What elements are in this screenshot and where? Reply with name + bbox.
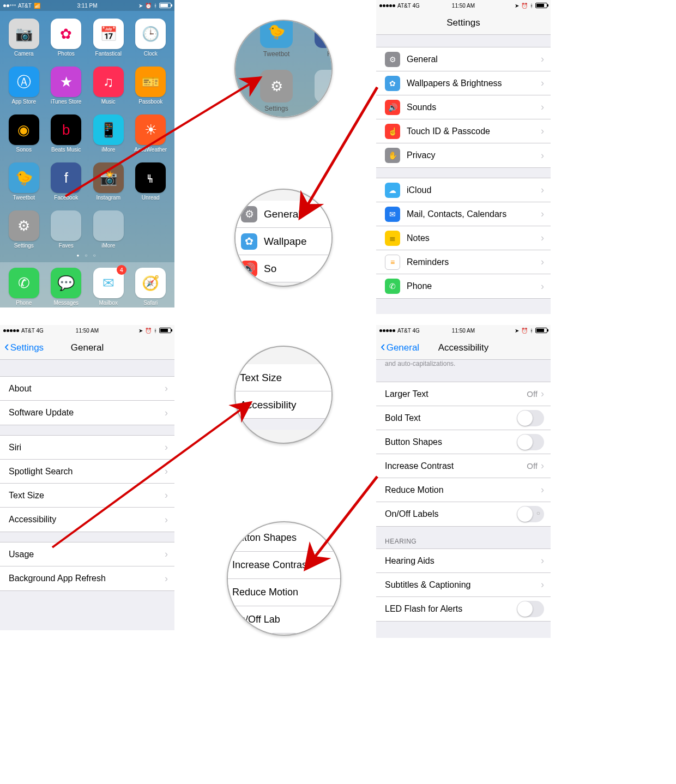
app-settings[interactable]: ⚙Settings (4, 210, 44, 249)
app-label: Fantastical (95, 51, 122, 57)
app-icon: ✉4 (93, 268, 124, 298)
row-label: Reduce Motion (385, 485, 541, 495)
row-spotlight-search[interactable]: Spotlight Search› (0, 460, 174, 484)
status-bar: AT&T 4G 11:50 AM ➤⏰ᚼ (376, 0, 551, 11)
chevron-right-icon: › (541, 484, 544, 496)
row-label: Wallpapers & Brightness (407, 79, 541, 88)
app-unread[interactable]: 𐰕Unread (131, 162, 171, 201)
status-bar: AT&T 4G 11:50 AM ➤⏰ᚼ (376, 325, 551, 336)
app-beats-music[interactable]: bBeats Music (47, 114, 86, 153)
app-icon: 𐰕 (135, 162, 166, 193)
toggle[interactable] (517, 601, 544, 617)
row-wallpapers-brightness[interactable]: ✿Wallpapers & Brightness› (376, 71, 551, 95)
row-icloud[interactable]: ☁iCloud› (376, 178, 551, 202)
row-text-size[interactable]: Text Size› (0, 484, 174, 508)
app-facebook[interactable]: fFacebook (47, 162, 86, 201)
toggle[interactable] (517, 506, 544, 522)
app-app-store[interactable]: ⒶApp Store (4, 67, 44, 105)
chevron-right-icon: › (541, 281, 544, 292)
row-label: Larger Text (385, 389, 527, 399)
chevron-right-icon: › (541, 256, 544, 268)
app-accuweather[interactable]: ☀AccuWeather (131, 114, 171, 153)
row-icon: ⚙ (241, 206, 257, 222)
app-photos[interactable]: ✿Photos (47, 19, 86, 57)
app-fa[interactable]: fFa (312, 20, 333, 58)
app-safari[interactable]: 🧭Safari (131, 268, 171, 306)
row-label: Phone (407, 281, 541, 291)
chevron-right-icon: › (541, 388, 544, 400)
app-fantastical[interactable]: 📅Fantastical (89, 19, 128, 57)
row-button-shapes[interactable]: Button Shapes (376, 430, 551, 454)
row-sounds[interactable]: 🔊Sounds› (376, 95, 551, 119)
back-button[interactable]: General (381, 342, 419, 353)
row-touch-id-passcode[interactable]: ☝Touch ID & Passcode› (376, 119, 551, 143)
battery-icon (535, 3, 547, 8)
row-about[interactable]: About› (0, 377, 174, 401)
app-imore[interactable]: iMore (89, 210, 128, 249)
app-fa[interactable]: Fa (312, 70, 333, 112)
app-faves[interactable]: Faves (47, 210, 86, 249)
row-phone[interactable]: ✆Phone› (376, 274, 551, 298)
row-privacy[interactable]: ✋Privacy› (376, 143, 551, 167)
app-icon: b (51, 114, 81, 145)
row-subtitles-captioning[interactable]: Subtitles & Captioning› (376, 573, 551, 597)
app-imore[interactable]: 📱iMore (89, 114, 128, 153)
row-usage[interactable]: Usage› (0, 542, 174, 566)
page-indicator: ● ○ ○ (0, 253, 174, 258)
app-sonos[interactable]: ◉Sonos (4, 114, 44, 153)
row-label: Sounds (407, 102, 541, 112)
badge: 4 (117, 265, 126, 275)
row-software-update[interactable]: Software Update› (0, 401, 174, 425)
chevron-right-icon: › (541, 460, 544, 472)
row-label: Increase Contrast (385, 461, 527, 471)
toggle[interactable] (517, 410, 544, 426)
toggle[interactable] (517, 434, 544, 450)
section-footnote: and auto-capitalizations. (376, 360, 551, 372)
row-larger-text[interactable]: Larger TextOff› (376, 382, 551, 406)
row-increase-contrast[interactable]: Increase ContrastOff› (376, 454, 551, 478)
app-label: AccuWeather (134, 147, 167, 153)
settings-screen: AT&T 4G 11:50 AM ➤⏰ᚼ Settings ⚙General›✿… (376, 0, 551, 314)
row-accessibility[interactable]: Accessibility› (0, 508, 174, 532)
app-mailbox[interactable]: ✉4Mailbox (89, 268, 128, 306)
zoom-row: ⚙General (234, 201, 333, 228)
row-mail-contacts-calendars[interactable]: ✉Mail, Contacts, Calendars› (376, 202, 551, 226)
app-icon: ⚙ (9, 210, 39, 241)
app-tweetbot[interactable]: 🐤Tweetbot (257, 20, 295, 58)
row-reduce-motion[interactable]: Reduce Motion› (376, 478, 551, 502)
row-hearing-aids[interactable]: Hearing Aids› (376, 549, 551, 573)
app-icon: ★ (51, 67, 81, 97)
row-led-flash-for-alerts[interactable]: LED Flash for Alerts (376, 597, 551, 621)
app-clock[interactable]: 🕒Clock (131, 19, 171, 57)
app-phone[interactable]: ✆Phone (4, 268, 44, 306)
app-icon: 🐤 (260, 20, 293, 48)
chevron-right-icon: › (165, 466, 168, 477)
row-reminders[interactable]: ≡Reminders› (376, 250, 551, 274)
app-icon: 📸 (93, 162, 124, 193)
app-label: Settings (264, 105, 288, 112)
row-general[interactable]: ⚙General› (376, 47, 551, 71)
row-notes[interactable]: ≣Notes› (376, 226, 551, 250)
zoom-row: On/Off Lab (227, 606, 341, 634)
row-label: Privacy (407, 150, 541, 160)
app-camera[interactable]: 📷Camera (4, 19, 44, 57)
row-value: Off (527, 389, 538, 399)
app-settings[interactable]: ⚙Settings (257, 70, 295, 112)
zoom-row: Button Shapes (227, 524, 341, 552)
app-passbook[interactable]: 🎫Passbook (131, 67, 171, 105)
app-tweetbot[interactable]: 🐤Tweetbot (4, 162, 44, 201)
row-bold-text[interactable]: Bold Text (376, 406, 551, 430)
app-label: Tweetbot (263, 50, 290, 58)
app-itunes-store[interactable]: ★iTunes Store (47, 67, 86, 105)
app-icon: 🎫 (135, 67, 166, 97)
app-label: iMore (101, 243, 115, 249)
row-label: About (9, 384, 165, 394)
row-background-app-refresh[interactable]: Background App Refresh› (0, 566, 174, 590)
back-button[interactable]: Settings (4, 342, 44, 353)
app-instagram[interactable]: 📸Instagram (89, 162, 128, 201)
app-music[interactable]: ♫Music (89, 67, 128, 105)
app-messages[interactable]: 💬Messages (47, 268, 86, 306)
row-siri[interactable]: Siri› (0, 436, 174, 460)
row-on-off-labels[interactable]: On/Off Labels (376, 502, 551, 526)
app-icon: 📷 (9, 19, 39, 49)
